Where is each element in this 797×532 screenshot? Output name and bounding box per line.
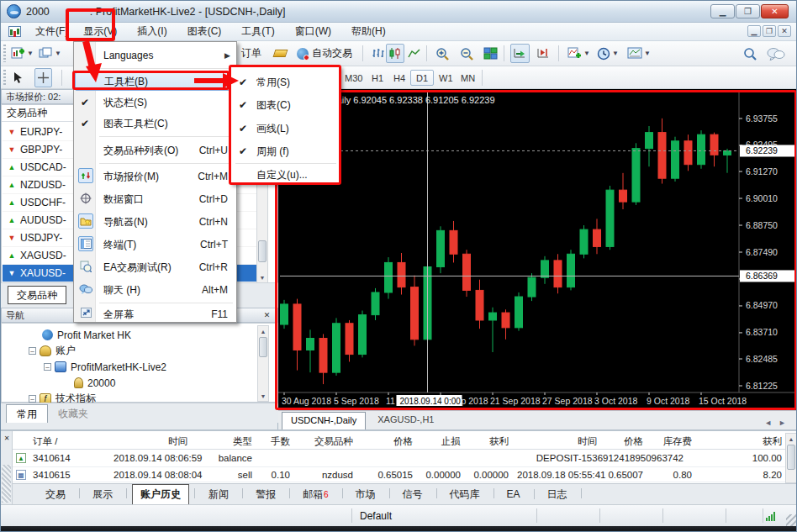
scroll-down-icon[interactable]: ▼ (257, 272, 267, 282)
period-d1-button[interactable]: D1 (410, 70, 434, 86)
tree-item-broker[interactable]: Profit Market HK (42, 327, 131, 343)
restore-button[interactable]: ❐ (736, 4, 760, 18)
menu-charts[interactable]: 图表(C) (180, 22, 230, 41)
crosshair-button[interactable] (34, 68, 52, 87)
tab-news[interactable]: 新闻 (201, 485, 236, 504)
column-profit[interactable]: 获利 (719, 435, 782, 448)
menu-view[interactable]: 显示(V) (76, 22, 124, 41)
templates-button[interactable]: ▼ (625, 44, 653, 63)
navigator-scrollbar[interactable]: ▲ ▼ (257, 325, 269, 402)
navigator-tab-favorites[interactable]: 收藏夹 (48, 404, 98, 423)
submenu-item-customize[interactable]: 自定义(u)... (231, 166, 339, 184)
scroll-up-icon[interactable]: ▲ (258, 326, 268, 336)
collapse-icon[interactable]: – (44, 363, 51, 371)
auto-scroll-button[interactable] (510, 44, 530, 63)
column-time[interactable]: 时间 (113, 435, 187, 448)
tab-account-history[interactable]: 账户历史 (132, 484, 189, 505)
terminal-close-icon[interactable]: ✕ (2, 433, 12, 443)
gold-chart-button[interactable] (272, 44, 289, 63)
period-m30-button[interactable]: M30 (339, 70, 368, 86)
chat-button[interactable] (764, 44, 788, 63)
menu-tools[interactable]: 工具(T) (234, 22, 282, 41)
submenu-item-standard[interactable]: ✔常用(S) (231, 73, 339, 92)
zoom-in-button[interactable] (433, 44, 452, 63)
menu-item-status-bar[interactable]: ✔状态栏(S) (75, 93, 235, 112)
submenu-item-line-studies[interactable]: ✔画线(L) (231, 119, 339, 138)
period-h4-button[interactable]: H4 (388, 70, 411, 86)
collapse-icon[interactable]: – (29, 395, 36, 403)
chart-shift-button[interactable] (534, 44, 553, 63)
autotrading-button[interactable]: 自动交易 (294, 44, 355, 63)
menu-item-languages[interactable]: Languages▶ (75, 46, 235, 65)
menu-item-market-watch[interactable]: 市场报价(M)Ctrl+M (75, 167, 235, 186)
close-button[interactable]: ✕ (761, 4, 789, 18)
column-symbol[interactable]: 交易品种 (303, 435, 353, 448)
profile-name[interactable]: Default (360, 510, 392, 522)
column-takeprofit[interactable]: 获利 (467, 435, 509, 448)
tab-market[interactable]: 市场 (348, 485, 383, 504)
menu-item-data-window[interactable]: 数据窗口Ctrl+D (75, 190, 235, 208)
menu-item-toolbars[interactable]: 工具栏(B)▶ (75, 72, 235, 91)
chart-tab-xagusd[interactable]: XAGUSD-,H1 (369, 412, 442, 429)
line-chart-mode-button[interactable] (405, 44, 424, 63)
chart-window-icon[interactable] (8, 26, 21, 37)
column-order[interactable]: 订单 / (33, 435, 57, 448)
column-close-price[interactable]: 价格 (601, 435, 643, 448)
column-lots[interactable]: 手数 (252, 435, 290, 448)
history-row-balance[interactable]: ▲ 3410614 2018.09.14 08:06:59 balance DE… (13, 450, 786, 467)
tree-item-account-server[interactable]: – ProfitMarketHK-Live2 (44, 359, 166, 375)
column-stoploss[interactable]: 止损 (419, 435, 461, 448)
periods-button[interactable]: ▼ (594, 44, 621, 63)
menu-item-symbols[interactable]: 交易品种列表(O)Ctrl+U (75, 141, 235, 160)
profiles-button[interactable]: ▼ (36, 44, 64, 63)
tab-exposure[interactable]: 展示 (85, 485, 120, 504)
navigator-close-icon[interactable]: ✕ (261, 309, 272, 320)
scroll-up-icon[interactable]: ▲ (786, 434, 796, 444)
resize-grip[interactable] (786, 514, 797, 526)
minimize-button[interactable]: ▁ (710, 4, 735, 18)
column-close-time[interactable]: 时间 (517, 435, 597, 448)
bar-chart-mode-button[interactable] (369, 44, 388, 63)
submenu-item-timeframes[interactable]: ✔周期 (f) (231, 142, 339, 161)
tab-journal[interactable]: 日志 (540, 485, 575, 504)
tab-experts[interactable]: EA (499, 486, 528, 503)
terminal-scrollbar[interactable]: ▲ (785, 433, 797, 483)
tab-code-base[interactable]: 代码库 (442, 485, 488, 504)
candlestick-mode-button[interactable] (386, 44, 404, 63)
market-watch-symbols-tab[interactable]: 交易品种 (8, 286, 66, 304)
toolbar-grip[interactable] (3, 45, 6, 62)
tree-item-accounts[interactable]: – 账户 (29, 343, 76, 359)
navigator-tab-common[interactable]: 常用 (6, 404, 48, 423)
period-mn-button[interactable]: MN (455, 70, 481, 86)
menu-file[interactable]: 文件(F) (28, 22, 76, 41)
chart-area[interactable] (278, 89, 797, 410)
indicators-button[interactable]: ▼ (565, 44, 593, 63)
terminal-side-grip[interactable] (2, 465, 11, 503)
child-restore-button[interactable]: ❐ (763, 25, 776, 37)
child-close-button[interactable]: ✕ (778, 25, 791, 37)
menu-insert[interactable]: 插入(I) (129, 22, 174, 41)
scroll-down-icon[interactable]: ▼ (258, 391, 268, 401)
new-order-button[interactable]: 订单 (239, 44, 264, 63)
menu-help[interactable]: 帮助(H) (344, 22, 393, 41)
tab-mailbox[interactable]: 邮箱6 (295, 485, 336, 504)
menu-item-charts-bar[interactable]: ✔图表工具栏(C) (75, 114, 235, 133)
column-type[interactable]: 类型 (210, 435, 252, 448)
menu-item-navigator[interactable]: 导航器(N)Ctrl+N (75, 213, 235, 231)
menu-item-full-screen[interactable]: 全屏幕F11 (75, 305, 235, 324)
submenu-item-charts[interactable]: ✔图表(C) (231, 96, 339, 114)
tree-item-account-number[interactable]: 20000 (74, 375, 115, 391)
cursor-button[interactable] (9, 68, 26, 87)
menu-item-chat[interactable]: 聊天 (H)Alt+M (75, 281, 235, 299)
chart-tab-usdcnh[interactable]: USDCNH-,Daily (282, 412, 366, 429)
toolbar-grip-2[interactable] (3, 70, 6, 85)
child-minimize-button[interactable]: ▁ (747, 25, 761, 37)
column-price[interactable]: 价格 (371, 435, 413, 448)
column-swap[interactable]: 库存费 (641, 435, 692, 448)
period-h1-button[interactable]: H1 (366, 70, 389, 86)
tile-windows-button[interactable] (481, 44, 500, 63)
tab-trade[interactable]: 交易 (38, 485, 73, 504)
history-row-trade[interactable]: ▦ 3410615 2018.09.14 08:08:04 sell 0.10 … (13, 467, 786, 482)
menu-item-terminal[interactable]: 终端(T)Ctrl+T (75, 235, 235, 254)
collapse-icon[interactable]: – (29, 347, 36, 355)
